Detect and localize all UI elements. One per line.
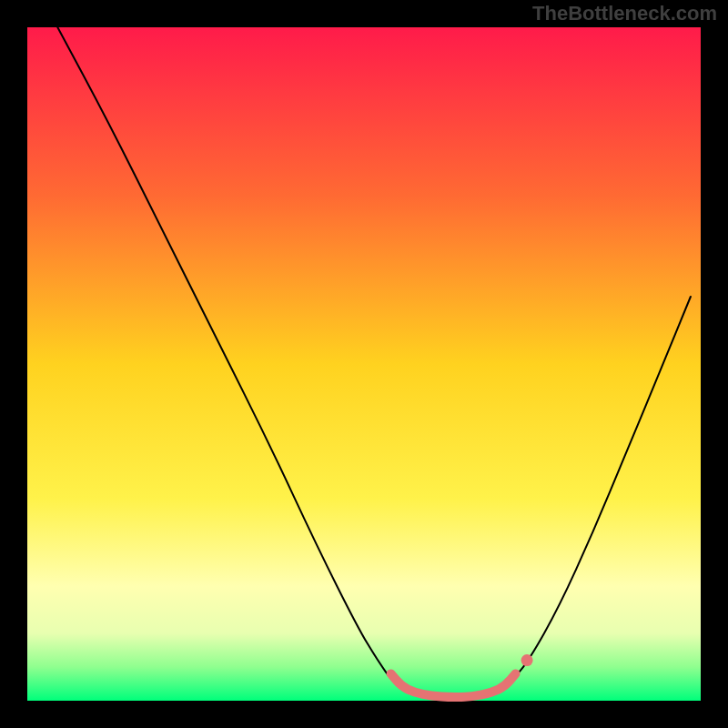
chart-frame: TheBottleneck.com xyxy=(0,0,728,728)
watermark-text: TheBottleneck.com xyxy=(532,2,717,25)
bottleneck-chart xyxy=(0,0,728,728)
chart-background xyxy=(27,27,701,701)
marker-dot xyxy=(521,654,533,666)
